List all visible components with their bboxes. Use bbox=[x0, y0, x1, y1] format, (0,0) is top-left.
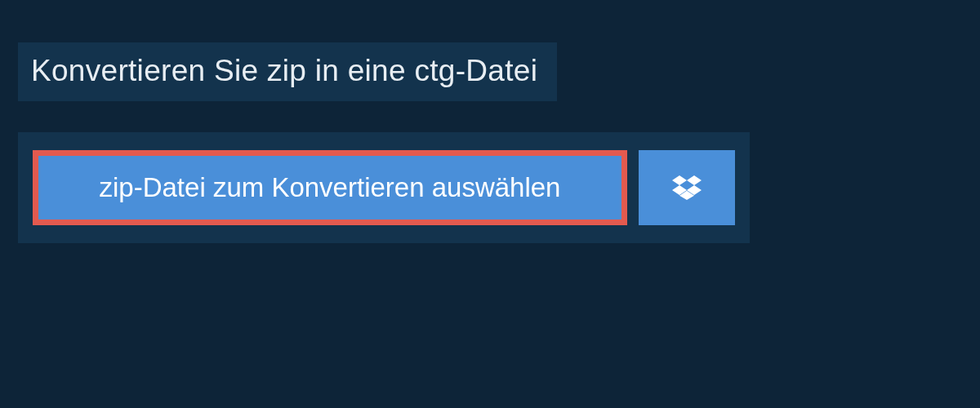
file-selection-panel: zip-Datei zum Konvertieren auswählen bbox=[18, 132, 750, 243]
select-file-button[interactable]: zip-Datei zum Konvertieren auswählen bbox=[33, 150, 627, 225]
dropbox-button[interactable] bbox=[639, 150, 735, 225]
dropbox-icon bbox=[672, 173, 702, 202]
page-title: Konvertieren Sie zip in eine ctg-Datei bbox=[18, 42, 557, 101]
select-file-label: zip-Datei zum Konvertieren auswählen bbox=[100, 172, 561, 203]
